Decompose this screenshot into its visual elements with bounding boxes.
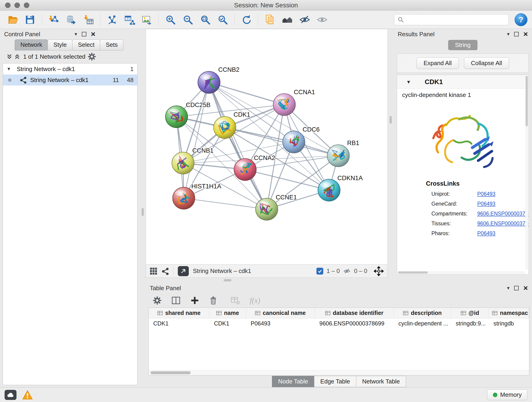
network-node-CCNA1[interactable]: CCNA1: [273, 89, 315, 115]
network-collection-row[interactable]: ▼ String Network – cdk1 1: [3, 64, 137, 75]
network-node-RB1[interactable]: RB1: [327, 140, 359, 167]
column-header-namespac[interactable]: namespac: [489, 308, 529, 318]
warning-icon[interactable]: [22, 390, 33, 400]
open-session-button[interactable]: [5, 12, 21, 27]
network-canvas[interactable]: CCNB2CCNA1CDC25BCDK1CDC6RB1CCNB1CCNA2CDK…: [146, 29, 388, 264]
float-panel-icon[interactable]: [514, 286, 519, 290]
float-panel-icon[interactable]: [82, 32, 86, 36]
right-splitter[interactable]: [388, 29, 394, 278]
tab-network-table[interactable]: Network Table: [356, 376, 406, 387]
column-header-id[interactable]: @id: [451, 308, 489, 318]
close-window-button[interactable]: [5, 2, 11, 8]
gear-icon[interactable]: [88, 52, 96, 61]
crosshair-icon[interactable]: [374, 266, 384, 276]
close-panel-icon[interactable]: ×: [523, 285, 528, 291]
show-columns-button[interactable]: [171, 296, 181, 305]
edge-CCNB2-HIST1H1A[interactable]: [184, 82, 209, 198]
crosslink-link[interactable]: 9606.ENSP00000378699: [477, 220, 529, 227]
cell-description[interactable]: cyclin-dependent ...: [394, 320, 451, 327]
edge-CCNB2-CCNA1[interactable]: [209, 82, 284, 104]
birds-eye-view-button[interactable]: [279, 12, 295, 27]
import-network-from-file-button[interactable]: [46, 12, 62, 27]
column-header-shared-name[interactable]: shared name: [149, 308, 209, 318]
network-node-CDC6[interactable]: CDC6: [283, 126, 320, 153]
network-from-table-button[interactable]: [121, 12, 138, 27]
zoom-fit-button[interactable]: [197, 12, 213, 27]
show-annotations-button[interactable]: [314, 12, 330, 27]
left-splitter[interactable]: [140, 29, 146, 387]
zoom-window-button[interactable]: [24, 2, 29, 8]
zoom-selected-button[interactable]: [215, 12, 231, 27]
grid-view-icon[interactable]: [150, 267, 157, 275]
float-panel-icon[interactable]: [514, 32, 519, 36]
selected-checkbox-icon[interactable]: [317, 268, 323, 274]
table-row[interactable]: CDK1CDK1P064939606.ENSP00000378699cyclin…: [149, 318, 529, 328]
export-image-button[interactable]: [139, 12, 155, 27]
scrollbar-thumb[interactable]: [526, 76, 528, 126]
expand-all-button[interactable]: Expand All: [417, 57, 459, 69]
tab-network[interactable]: Network: [15, 39, 48, 51]
network-canvas-svg[interactable]: CCNB2CCNA1CDC25BCDK1CDC6RB1CCNB1CCNA2CDK…: [146, 29, 387, 264]
results-horizontal-scrollbar[interactable]: [398, 271, 525, 274]
entry-expander-icon[interactable]: ▼: [406, 79, 411, 85]
panel-menu-icon[interactable]: ▾: [507, 32, 510, 37]
delete-table-button[interactable]: [230, 296, 240, 305]
collapse-all-icon[interactable]: [6, 53, 13, 61]
network-node-CDKN1A[interactable]: CDKN1A: [318, 174, 363, 201]
close-panel-icon[interactable]: ×: [91, 31, 95, 37]
cell-id[interactable]: stringdb:9...: [451, 320, 489, 327]
network-node-CCNB1[interactable]: CCNB1: [172, 147, 214, 174]
close-panel-icon[interactable]: ×: [523, 31, 528, 37]
crosslink-link[interactable]: 9606.ENSP00000378699: [477, 211, 529, 217]
tab-node-table[interactable]: Node Table: [272, 376, 314, 387]
minimize-window-button[interactable]: [14, 2, 20, 8]
function-builder-button[interactable]: f(x): [250, 296, 260, 305]
network-node-CDC25B[interactable]: CDC25B: [165, 101, 210, 128]
cell-namespac[interactable]: stringdb: [489, 320, 529, 327]
scrollbar-thumb[interactable]: [398, 271, 428, 274]
cell-name[interactable]: CDK1: [209, 320, 246, 327]
zoom-out-button[interactable]: [180, 12, 196, 27]
crosslink-link[interactable]: P06493: [477, 191, 495, 197]
network-view-icon[interactable]: [162, 267, 169, 275]
node-details-header[interactable]: ▼ CDK1: [397, 75, 529, 89]
tree-expander-icon[interactable]: ▼: [7, 66, 13, 71]
apply-layout-button[interactable]: [238, 12, 254, 27]
table-horizontal-scrollbar[interactable]: [149, 370, 529, 375]
panel-menu-icon[interactable]: ▾: [507, 286, 510, 291]
cell-database-identifier[interactable]: 9606.ENSP00000378699: [315, 320, 394, 327]
annotations-button[interactable]: [262, 12, 278, 27]
cell-shared-name[interactable]: CDK1: [149, 320, 209, 327]
cell-canonical-name[interactable]: P06493: [246, 320, 315, 327]
edge-CDK1-RB1[interactable]: [225, 128, 338, 156]
help-button[interactable]: ?: [515, 13, 527, 26]
scrollbar-thumb[interactable]: [151, 371, 191, 374]
memory-button[interactable]: Memory: [487, 389, 527, 400]
horizontal-splitter[interactable]: [146, 278, 532, 283]
crosslink-link[interactable]: P06493: [477, 230, 495, 236]
expand-all-icon[interactable]: [13, 53, 21, 61]
tab-style[interactable]: Style: [48, 39, 72, 51]
column-header-name[interactable]: name: [209, 308, 246, 318]
collapse-all-button[interactable]: Collapse All: [464, 57, 509, 69]
delete-column-button[interactable]: [209, 296, 218, 305]
network-node-HIST1H1A[interactable]: HIST1H1A: [172, 183, 221, 209]
new-network-button[interactable]: [104, 12, 120, 27]
splitter-handle[interactable]: [224, 279, 231, 281]
panel-menu-icon[interactable]: ▾: [75, 32, 77, 37]
results-vertical-scrollbar[interactable]: [525, 75, 528, 270]
search-box[interactable]: [394, 14, 509, 25]
network-node-CDK1[interactable]: CDK1: [214, 111, 250, 139]
zoom-in-button[interactable]: [162, 12, 178, 27]
splitter-handle[interactable]: [389, 116, 392, 124]
tab-string[interactable]: String: [448, 40, 477, 50]
detach-view-button[interactable]: [178, 266, 189, 276]
table-settings-button[interactable]: [152, 296, 162, 305]
edge-HIST1H1A-CCNE1[interactable]: [184, 198, 267, 209]
import-network-from-database-button[interactable]: [63, 12, 79, 27]
hidden-eye-slash-icon[interactable]: [343, 267, 351, 275]
crosslink-link[interactable]: P06493: [477, 201, 495, 207]
column-header-canonical-name[interactable]: canonical name: [246, 308, 315, 318]
tab-sets[interactable]: Sets: [100, 39, 123, 51]
import-table-button[interactable]: [80, 12, 96, 27]
